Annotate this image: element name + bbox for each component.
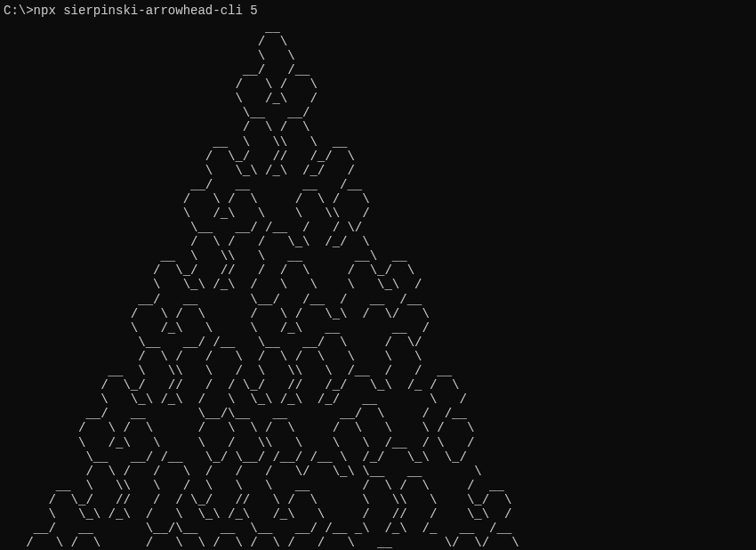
terminal-window[interactable]: C:\>npx sierpinski-arrowhead-cli 5 __ / … bbox=[4, 4, 752, 546]
command-line-1: C:\>npx sierpinski-arrowhead-cli 5 bbox=[4, 4, 752, 19]
command-text-1: npx sierpinski-arrowhead-cli 5 bbox=[34, 4, 258, 18]
sierpinski-output: __ / \ \ \ __/ /__ / \ / \ \ bbox=[4, 20, 752, 550]
prompt-1: C:\> bbox=[4, 4, 34, 18]
